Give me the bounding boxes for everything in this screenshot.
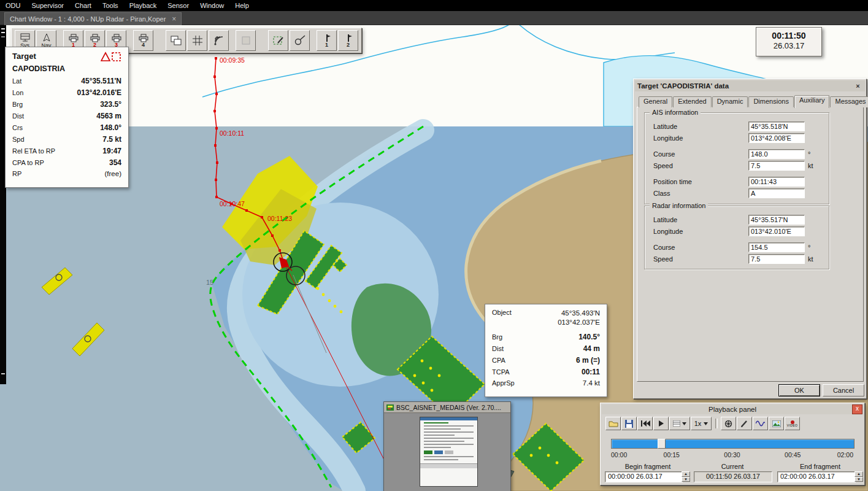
open-folder-icon	[609, 420, 618, 427]
snapshot-button[interactable]	[769, 417, 784, 430]
chevron-down-icon	[682, 422, 686, 425]
object-row: CPA6 m (=)	[492, 356, 600, 368]
aisnet-title-bar[interactable]: BSC_AISNET_MEDAIS (Ver. 2.70....	[384, 402, 510, 413]
target-row: CPA to RP354	[12, 158, 121, 170]
aisnet-app-icon	[386, 404, 394, 411]
ais-latitude-field[interactable]: 45°35.518'N	[748, 122, 805, 131]
blank-tool-button[interactable]	[236, 30, 256, 51]
object-row: TCPA00:11	[492, 368, 600, 379]
radar-speed-field[interactable]: 7.5	[748, 254, 805, 264]
chart-window-tab-label: Chart Window - 1 : 4,000 - NUp Radar - P…	[10, 15, 166, 23]
video-button[interactable]: video	[785, 417, 800, 430]
field-row: Class A	[653, 188, 820, 199]
open-button[interactable]	[605, 417, 621, 430]
target-row: Rel ETA to RP19:47	[12, 147, 121, 158]
skip-start-button[interactable]	[637, 417, 653, 430]
playback-slider-thumb[interactable]	[658, 439, 666, 449]
window-arrange-button[interactable]	[166, 30, 186, 51]
chart-window-tab[interactable]: Chart Window - 1 : 4,000 - NUp Radar - P…	[4, 12, 182, 25]
tab-extended[interactable]: Extended	[673, 96, 711, 107]
tab-messages[interactable]: Messages	[830, 96, 868, 107]
field-row: Course 148.0 °	[653, 149, 820, 160]
menu-window[interactable]: Window	[194, 0, 229, 11]
ais-speed-field[interactable]: 7.5	[748, 161, 805, 171]
ok-button[interactable]: OK	[778, 384, 820, 396]
anchor-mark-1-button[interactable]: 1	[317, 30, 337, 51]
save-disk-icon	[625, 420, 633, 428]
begin-fragment-label: Begin fragment	[605, 463, 691, 470]
target-data-dialog: Target 'CAPODISTRIA' data × General Exte…	[633, 79, 867, 399]
mooring-mark-icon	[323, 34, 331, 42]
edit-button[interactable]	[737, 417, 752, 430]
radar-course-field[interactable]: 154.5	[748, 242, 805, 252]
printer-icon	[138, 34, 149, 42]
play-button[interactable]	[653, 417, 669, 430]
end-fragment-spinner[interactable]: ▲▼	[855, 471, 863, 482]
nav-icon	[41, 33, 52, 43]
tab-dynamic[interactable]: Dynamic	[712, 96, 748, 107]
playback-title-bar[interactable]: Playback panel	[602, 404, 863, 414]
menu-help[interactable]: Help	[229, 0, 255, 11]
strip-mark	[1, 28, 5, 29]
playback-timeline[interactable]	[611, 439, 855, 449]
playback-close-icon[interactable]: x	[852, 404, 862, 414]
dialog-tab-strip: General Extended Dynamic Dimensions Auxi…	[639, 96, 868, 107]
signal-button[interactable]	[753, 417, 768, 430]
tab-auxiliary[interactable]: Auxiliary	[794, 95, 830, 108]
tab-general[interactable]: General	[639, 96, 672, 107]
bearing-circle-icon	[294, 35, 306, 46]
dashed-rect-pencil-icon	[272, 35, 285, 46]
strip-mark	[1, 32, 5, 33]
clock-time: 00:11:50	[756, 31, 821, 41]
menu-playback[interactable]: Playback	[124, 0, 163, 11]
view-mode-dropdown[interactable]	[669, 417, 690, 430]
current-time-field: 00:11:50 26.03.17	[694, 471, 772, 482]
mooring-mark-icon	[344, 34, 353, 42]
ebl-tool-button[interactable]	[290, 30, 310, 51]
radar-longitude-field[interactable]: 013°42.010'E	[748, 226, 805, 236]
menu-tools[interactable]: Tools	[97, 0, 124, 11]
ais-position-time-field[interactable]: 00:11:43	[748, 177, 805, 187]
devices-button[interactable]	[721, 417, 736, 430]
waveform-icon	[756, 420, 765, 427]
menu-odu[interactable]: ODU	[0, 0, 26, 11]
save-button[interactable]	[621, 417, 637, 430]
menu-sensor[interactable]: Sensor	[162, 0, 194, 11]
tab-dimensions[interactable]: Dimensions	[748, 96, 793, 107]
tab-close-icon[interactable]: ×	[172, 15, 176, 23]
ais-longitude-field[interactable]: 013°42.008'E	[748, 133, 805, 143]
menu-chart[interactable]: Chart	[69, 0, 97, 11]
target-row: RP(free)	[12, 170, 121, 182]
dialog-title-bar[interactable]: Target 'CAPODISTRIA' data ×	[635, 80, 865, 91]
speed-dropdown[interactable]: 1x	[691, 417, 712, 430]
list-view-icon	[673, 420, 680, 427]
grid-toggle-button[interactable]	[187, 30, 207, 51]
menu-supervisor[interactable]: Supervisor	[26, 0, 69, 11]
playback-title: Playback panel	[709, 406, 756, 413]
begin-fragment-spinner[interactable]: ▲▼	[682, 471, 690, 482]
system-icon	[20, 33, 31, 43]
dialog-close-icon[interactable]: ×	[853, 82, 862, 90]
ais-target-icon	[101, 52, 121, 62]
depth-sounding-label: 15	[206, 279, 213, 286]
edit-region-button[interactable]	[268, 30, 288, 51]
radar-latitude-field[interactable]: 45°35.517'N	[748, 215, 805, 225]
ais-course-field[interactable]: 148.0	[748, 149, 805, 159]
radar-overlay-button[interactable]	[209, 30, 229, 51]
picture-icon	[772, 420, 781, 427]
anchor-mark-2-button[interactable]: 2	[338, 30, 358, 51]
ais-class-field[interactable]: A	[748, 188, 805, 198]
printer-icon	[111, 34, 122, 42]
end-fragment-field[interactable]: 02:00:00 26.03.17	[777, 471, 856, 482]
aisnet-window-preview[interactable]	[420, 417, 478, 487]
chart-layout-4-button[interactable]: 4	[133, 30, 153, 51]
playback-toolbar: 1x video	[605, 417, 801, 430]
toolbar-separator	[715, 419, 718, 428]
field-row: Latitude 45°35.518'N	[653, 121, 820, 132]
radar-information-group: Radar information Latitude 45°35.517'N L…	[644, 206, 829, 269]
cancel-button[interactable]: Cancel	[823, 384, 864, 396]
begin-fragment-field[interactable]: 00:00:00 26.03.17	[605, 471, 683, 482]
target-row: Lon013°42.016'E	[12, 88, 121, 100]
end-fragment-label: End fragment	[777, 463, 863, 470]
target-row: Brg323.5°	[12, 100, 121, 112]
